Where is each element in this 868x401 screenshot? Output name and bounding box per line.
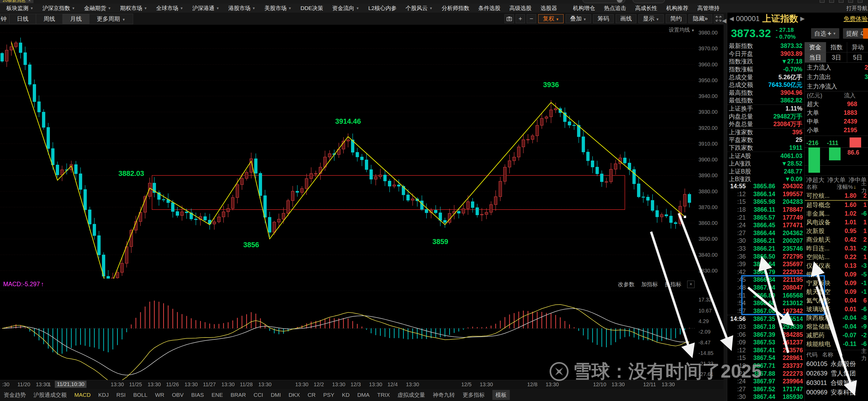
indicator-tab-WR[interactable]: WR xyxy=(155,392,164,398)
period-tab-周线[interactable]: 周线 xyxy=(36,14,62,24)
next-symbol-button[interactable]: ▶ xyxy=(800,15,805,22)
menu-item-DDE决策[interactable]: DDE决策 xyxy=(301,4,323,12)
menu-item-美股市场[interactable]: 美股市场▼ xyxy=(265,4,291,12)
add-watchlist-button[interactable]: 自选+▼ xyxy=(811,28,839,39)
template-button[interactable]: 模板 xyxy=(492,390,510,400)
toolbar-button-画线[interactable]: 画线 xyxy=(616,14,636,23)
indicator-tab-更多指标[interactable]: 更多指标 xyxy=(463,391,485,399)
sector-row-可控核...[interactable]: 可控核...1.802 xyxy=(805,192,868,201)
menu-item-机构推荐[interactable]: 机构推荐 xyxy=(666,4,688,12)
indicator-tab-KDJ[interactable]: KDJ xyxy=(98,392,109,398)
indicator-tab-CR[interactable]: CR xyxy=(308,392,315,398)
period-tab-更多周期[interactable]: 更多周期▼ xyxy=(89,14,133,24)
window-close-button[interactable] xyxy=(848,0,853,3)
indicator-tab-资金趋势[interactable]: 资金趋势 xyxy=(4,391,26,399)
macd-link-改参数[interactable]: 改参数 xyxy=(618,281,634,288)
menu-item-高成长性[interactable]: 高成长性 xyxy=(635,4,657,12)
menu-item-热点追击[interactable]: 热点追击 xyxy=(604,4,626,12)
indicator-tab-神奇九转[interactable]: 神奇九转 xyxy=(433,391,455,399)
menu-item-高管增持[interactable]: 高管增持 xyxy=(697,4,719,12)
toolbar-button-显示[interactable]: 显示▼ xyxy=(639,14,664,23)
indicator-tab-BIAS[interactable]: BIAS xyxy=(191,392,204,398)
sector-row-商业航天[interactable]: 商业航天0.422 xyxy=(805,235,868,244)
period-tab-月线[interactable]: 月线 xyxy=(62,14,89,24)
menu-item-金融期货[interactable]: 金融期货▼ xyxy=(84,4,111,12)
indicator-tab-BRAR[interactable]: BRAR xyxy=(230,392,246,398)
menu-item-期权市场[interactable]: 期权市场▼ xyxy=(120,4,147,12)
toolbar-button-筹码[interactable]: 筹码 xyxy=(593,14,614,23)
menu-item-分析师指数[interactable]: 分析师指数 xyxy=(441,4,469,12)
menu-item-L2核心内参[interactable]: L2核心内参 xyxy=(368,4,397,12)
indicator-tab-OBV[interactable]: OBV xyxy=(172,392,183,398)
sector-row-风电设备[interactable]: 风电设备1.011 xyxy=(805,218,868,227)
indicator-tab-BOLL[interactable]: BOLL xyxy=(133,392,148,398)
period-tab-钟[interactable]: 钟 xyxy=(0,14,9,24)
indicator-tab-DKX[interactable]: DKX xyxy=(289,392,300,398)
fund-tab-5日[interactable]: 5日 xyxy=(847,53,868,62)
indicator-tab-RSI[interactable]: RSI xyxy=(117,392,126,398)
indicator-tab-KD[interactable]: KD xyxy=(342,392,349,398)
indicator-tab-MACD[interactable]: MACD xyxy=(74,392,91,398)
sector-row-次新股[interactable]: 次新股0.951 xyxy=(805,227,868,235)
fund-tab-指数[interactable]: 指数 xyxy=(826,42,847,52)
sort-down-icon[interactable]: ↓ xyxy=(854,184,857,190)
sector-row-空间站...[interactable]: 空间站...0.221 xyxy=(805,253,868,262)
stock-row-000969[interactable]: 000969安泰科技 xyxy=(805,388,868,397)
candlestick-chart[interactable]: 3980.003970.003960.003950.003940.003930.… xyxy=(0,25,723,278)
free-trial-link[interactable]: 免费体验 xyxy=(843,15,868,23)
screenshot-icon[interactable] xyxy=(504,14,514,23)
sector-row-减肥药[interactable]: 减肥药-0.07-2 xyxy=(805,331,868,340)
fund-tab-3日[interactable]: 3日 xyxy=(826,53,847,62)
toolbar-button-简约[interactable]: 简约 xyxy=(666,14,686,23)
menu-item-沪深京指数[interactable]: 沪深京指数▼ xyxy=(42,4,75,12)
zoom-out-button[interactable]: − xyxy=(527,14,536,23)
indicator-tab-虚拟成交量[interactable]: 虚拟成交量 xyxy=(398,391,425,399)
indicator-tab-CCI[interactable]: CCI xyxy=(254,392,263,398)
window-maximize-button[interactable] xyxy=(829,0,834,3)
zoom-in-button[interactable]: + xyxy=(516,14,525,23)
sector-row-昨日连...[interactable]: 昨日连...0.31-2 xyxy=(805,244,868,253)
close-icon[interactable]: × xyxy=(28,0,31,3)
toolbar-button-隐藏[interactable]: 隐藏» xyxy=(688,14,712,23)
sector-row-超导概念[interactable]: 超导概念1.601 xyxy=(805,201,868,209)
indicator-tab-沪股通成交额[interactable]: 沪股通成交额 xyxy=(33,391,67,399)
menu-item-机构增仓[interactable]: 机构增仓 xyxy=(573,4,595,12)
prev-symbol-button[interactable]: ◀ xyxy=(730,15,734,22)
sector-row-熔盐储能[interactable]: 熔盐储能-0.04-9 xyxy=(805,322,868,331)
indicator-tab-PSY[interactable]: PSY xyxy=(323,392,334,398)
indicator-tab-ENE[interactable]: ENE xyxy=(211,392,223,398)
indicator-tab-DMI[interactable]: DMI xyxy=(271,392,281,398)
menu-item-个股风云[interactable]: 个股风云▼ xyxy=(406,4,433,12)
collapse-panel-button[interactable]: ◀ xyxy=(722,18,726,24)
indicator-tab-DMA[interactable]: DMA xyxy=(357,392,370,398)
menu-item-全球市场[interactable]: 全球市场▼ xyxy=(156,4,183,12)
ma-settings-link[interactable]: 设置均线▼ xyxy=(669,26,694,33)
stock-row-603011[interactable]: 603011合锻智能 xyxy=(805,378,868,388)
menu-item-板块监测[interactable]: 板块监测▼ xyxy=(6,4,33,12)
menu-item-条件选股[interactable]: 条件选股 xyxy=(478,4,500,12)
sector-row-非金属...[interactable]: 非金属...1.02-6 xyxy=(805,209,868,218)
close-indicator-button[interactable]: × xyxy=(687,281,694,288)
fund-tab-资金[interactable]: 资金 xyxy=(805,42,826,52)
open-navigation-link[interactable]: 打开导航 xyxy=(846,5,868,12)
notification-badge[interactable]: 20条新消息× xyxy=(0,0,33,3)
toolbar-button-复权[interactable]: 复权▼ xyxy=(538,14,563,23)
stock-row-002639[interactable]: 002639雪人集团 xyxy=(805,369,868,378)
fund-tab-当日[interactable]: 当日 xyxy=(805,53,826,62)
menu-item-高级选股[interactable]: 高级选股 xyxy=(509,4,531,12)
menu-item-港股市场[interactable]: 港股市场▼ xyxy=(228,4,255,12)
window-restore-button[interactable] xyxy=(839,0,843,3)
sector-row-仪器仪表[interactable]: 仪器仪表0.13-3 xyxy=(805,262,868,270)
menu-item-选股器[interactable]: 选股器 xyxy=(540,4,557,12)
titlebar-pill-button[interactable] xyxy=(632,0,665,3)
menu-item-资金流向[interactable]: 资金流向▼ xyxy=(332,4,359,12)
toolbar-button-叠加[interactable]: 叠加▼ xyxy=(566,14,591,23)
window-minimize-button[interactable] xyxy=(820,0,825,3)
trade-button[interactable] xyxy=(863,28,868,39)
fund-tab-异动[interactable]: 异动 xyxy=(847,42,868,52)
window-layout-button[interactable] xyxy=(858,0,863,3)
macd-link-加指标[interactable]: 加指标 xyxy=(641,281,658,288)
menu-item-沪深港通[interactable]: 沪深港通▼ xyxy=(192,4,219,12)
indicator-tab-TRIX[interactable]: TRIX xyxy=(377,392,390,398)
period-tab-日线[interactable]: 日线 xyxy=(9,14,36,24)
